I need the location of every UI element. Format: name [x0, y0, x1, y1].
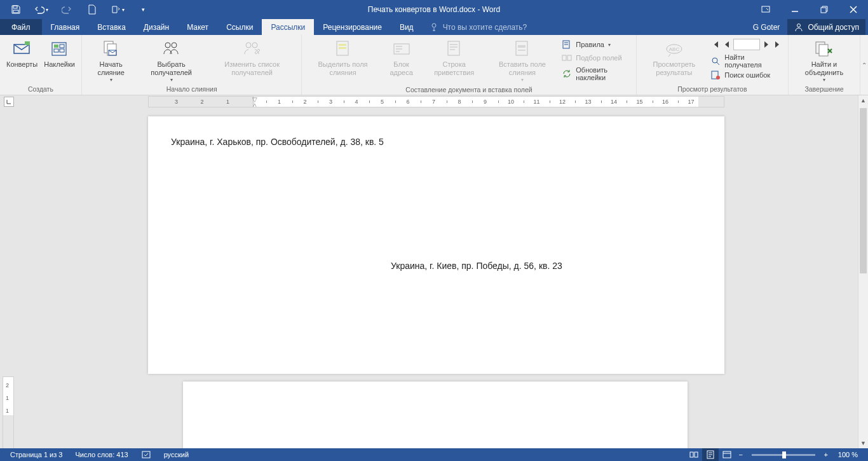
scroll-thumb[interactable]: [860, 108, 867, 273]
touch-mode-button[interactable]: ▾: [105, 0, 130, 19]
proofing-button[interactable]: [135, 450, 158, 460]
svg-text:ABC: ABC: [669, 46, 680, 52]
save-button[interactable]: [4, 0, 28, 19]
svg-rect-12: [60, 49, 64, 52]
svg-point-5: [797, 24, 801, 27]
group-label-finish: Завершение: [804, 84, 843, 95]
undo-button[interactable]: ▾: [29, 0, 53, 19]
tab-insert[interactable]: Вставка: [88, 19, 135, 35]
zoom-out-button[interactable]: −: [735, 451, 747, 458]
horizontal-ruler[interactable]: 3211234567891011121314151617 ▽ △: [148, 96, 724, 107]
tab-stop-selector[interactable]: [4, 97, 14, 107]
edit-recipients-button: Изменить список получателей: [207, 36, 298, 77]
zoom-in-button[interactable]: +: [820, 451, 832, 458]
user-name[interactable]: G Goter: [748, 23, 785, 32]
recipient-address[interactable]: Украина, г. Киев, пр. Победы, д. 56, кв.…: [391, 261, 562, 271]
svg-point-17: [172, 43, 177, 48]
vertical-ruler[interactable]: 211: [3, 376, 14, 448]
match-fields-button: Подбор полей: [560, 52, 630, 64]
document-page-2[interactable]: [183, 382, 688, 448]
tab-references[interactable]: Ссылки: [217, 19, 262, 35]
svg-rect-38: [690, 452, 693, 457]
svg-rect-0: [13, 6, 17, 8]
group-label-write: Составление документа и вставка полей: [405, 85, 532, 95]
document-area[interactable]: 211 Украина, г. Харьков, пр. Освободител…: [0, 108, 858, 448]
labels-button[interactable]: Наклейки: [41, 36, 78, 69]
svg-rect-24: [448, 41, 459, 55]
read-mode-button[interactable]: [686, 448, 702, 461]
insert-merge-field-button: Вставить поле слияния▾: [487, 36, 559, 83]
svg-rect-41: [723, 451, 731, 458]
word-count[interactable]: Число слов: 413: [69, 451, 134, 458]
start-merge-button[interactable]: Начать слияние▾: [86, 36, 137, 83]
svg-rect-39: [695, 452, 698, 457]
collapse-ribbon-button[interactable]: ⌃: [860, 35, 868, 95]
tab-mailings[interactable]: Рассылки: [262, 19, 314, 35]
last-record-button[interactable]: [773, 39, 783, 50]
prev-record-button[interactable]: [722, 39, 732, 50]
group-finish: Найти и объединить▾ Завершение: [789, 35, 860, 95]
svg-rect-11: [54, 49, 58, 52]
svg-point-34: [716, 76, 720, 79]
print-layout-button[interactable]: [702, 448, 719, 461]
svg-rect-25: [516, 41, 527, 55]
zoom-slider[interactable]: [752, 454, 815, 456]
scroll-down-button[interactable]: ▼: [858, 438, 868, 448]
rules-button[interactable]: Правила ▾: [560, 39, 630, 50]
update-labels-button[interactable]: Обновить наклейки: [560, 65, 630, 82]
vertical-scrollbar[interactable]: ▲ ▼: [858, 95, 868, 448]
group-label-preview: Просмотр результатов: [677, 84, 747, 95]
zoom-level[interactable]: 100 %: [832, 451, 864, 458]
check-errors-button[interactable]: Поиск ошибок: [709, 69, 784, 81]
group-write-insert: Выделить поля слияния Блок адреса Строка…: [302, 35, 636, 95]
tab-file[interactable]: Файл: [0, 19, 42, 35]
svg-rect-37: [142, 451, 150, 458]
first-record-button[interactable]: [710, 39, 721, 50]
tab-review[interactable]: Рецензирование: [314, 19, 391, 35]
web-layout-button[interactable]: [719, 448, 735, 461]
svg-rect-28: [562, 55, 566, 60]
quick-access-toolbar: ▾ ▾ ▾: [0, 0, 155, 19]
share-label: Общий доступ: [808, 23, 859, 32]
next-record-button[interactable]: [761, 39, 771, 50]
address-block-button: Блок адреса: [381, 36, 422, 77]
restore-button[interactable]: [810, 0, 839, 19]
minimize-button[interactable]: [780, 0, 810, 19]
select-recipients-button[interactable]: Выбрать получателей▾: [138, 36, 205, 83]
tab-view[interactable]: Вид: [391, 19, 423, 35]
redo-button[interactable]: [55, 0, 79, 19]
sender-address[interactable]: Украина, г. Харьков, пр. Освободителей, …: [171, 137, 384, 147]
tell-me-search[interactable]: Что вы хотите сделать?: [429, 19, 527, 35]
svg-rect-2: [762, 6, 770, 12]
tab-design[interactable]: Дизайн: [135, 19, 178, 35]
record-navigation: [709, 36, 784, 53]
svg-rect-21: [339, 44, 346, 46]
group-preview: ABC Просмотреть результаты Найти получат…: [637, 35, 789, 95]
finish-merge-button[interactable]: Найти и объединить▾: [792, 36, 855, 83]
svg-rect-9: [54, 45, 58, 48]
window-controls: [751, 0, 868, 19]
svg-point-18: [246, 43, 251, 48]
new-doc-button[interactable]: [80, 0, 104, 19]
group-label-start: Начало слияния: [166, 84, 217, 95]
find-recipient-button[interactable]: Найти получателя: [709, 53, 784, 69]
language-button[interactable]: русский: [158, 451, 195, 458]
greeting-line-button: Строка приветствия: [423, 36, 485, 77]
group-create: Конверты Наклейки Создать: [0, 35, 82, 95]
page-indicator[interactable]: Страница 1 из 3: [4, 451, 69, 458]
tab-home[interactable]: Главная: [42, 19, 89, 35]
envelopes-button[interactable]: Конверты: [4, 36, 40, 69]
share-button[interactable]: Общий доступ: [787, 19, 865, 35]
window-title: Печать конвертов в Word.docx - Word: [368, 5, 500, 14]
record-number-input[interactable]: [733, 39, 760, 50]
ribbon-tabs: Файл Главная Вставка Дизайн Макет Ссылки…: [0, 19, 868, 35]
qat-customize-button[interactable]: ▾: [131, 0, 155, 19]
svg-point-32: [712, 58, 717, 63]
svg-rect-10: [60, 45, 64, 48]
ribbon-display-options-button[interactable]: [751, 0, 780, 19]
close-button[interactable]: [839, 0, 868, 19]
tab-layout[interactable]: Макет: [178, 19, 217, 35]
envelope-page[interactable]: Украина, г. Харьков, пр. Освободителей, …: [148, 116, 724, 374]
status-bar: Страница 1 из 3 Число слов: 413 русский …: [0, 448, 868, 461]
scroll-up-button[interactable]: ▲: [858, 95, 868, 106]
